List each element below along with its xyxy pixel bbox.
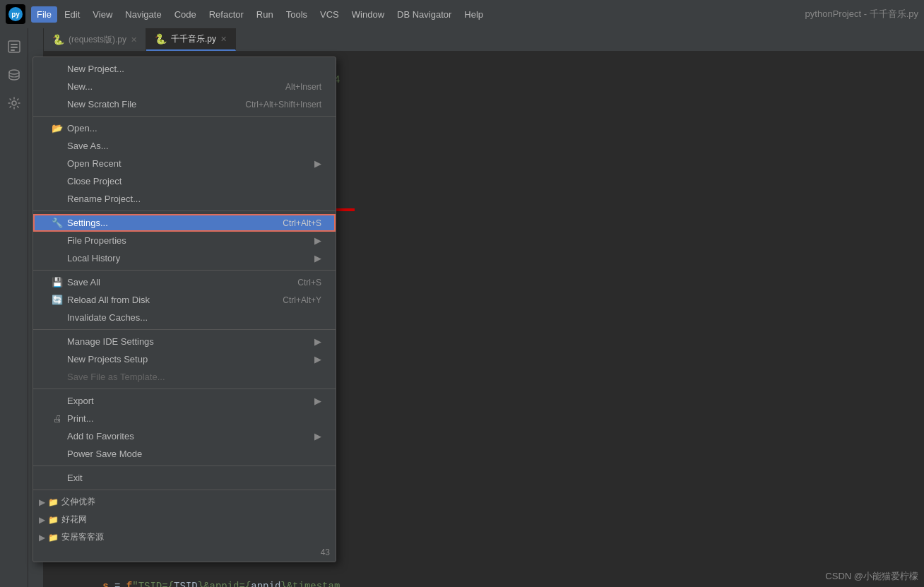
menu-local-history[interactable]: Local History ▶: [33, 249, 336, 267]
svg-rect-5: [11, 49, 15, 51]
menu-refactor[interactable]: Refactor: [203, 6, 249, 23]
csdn-watermark: CSDN @小能猫爱柠檬: [825, 570, 918, 583]
save-icon: 💾: [50, 277, 64, 287]
code-line-9: s = f"TSID={TSID}&appid={appid}&timestam: [55, 563, 913, 588]
tabs-bar: 🐍 (requests版).py ✕ 🐍 千千音乐.py ✕: [44, 28, 924, 51]
separator-6: [33, 466, 336, 466]
separator-3: [33, 270, 336, 271]
menu-power-save-mode[interactable]: Power Save Mode: [33, 445, 336, 463]
svg-text:py: py: [11, 11, 20, 18]
menu-file[interactable]: File: [31, 6, 57, 23]
local-history-arrow: ▶: [314, 253, 321, 263]
file-tree-item-2[interactable]: ▶ 📁 好花网: [33, 511, 336, 528]
tab-qianqian[interactable]: 🐍 千千音乐.py ✕: [146, 28, 236, 51]
menu-new-projects-setup[interactable]: New Projects Setup ▶: [33, 350, 336, 368]
app-logo: py: [6, 4, 25, 24]
menu-window[interactable]: Window: [346, 6, 390, 23]
svg-point-7: [12, 101, 16, 105]
svg-rect-4: [11, 47, 18, 48]
menu-exit[interactable]: Exit: [33, 469, 336, 487]
tree-arrow-1: ▶: [39, 497, 45, 507]
menu-view[interactable]: View: [87, 6, 118, 23]
open-folder-icon: 📂: [50, 123, 64, 134]
menu-print[interactable]: 🖨 Print...: [33, 410, 336, 427]
window-title: pythonProject - 千千音乐.py: [805, 8, 918, 20]
menu-navigate[interactable]: Navigate: [119, 6, 167, 23]
menu-save-all[interactable]: 💾 Save All Ctrl+S: [33, 273, 336, 291]
new-projects-setup-arrow: ▶: [314, 354, 321, 364]
svg-rect-3: [11, 44, 18, 45]
line-number: 43: [321, 547, 330, 557]
menu-open-recent[interactable]: Open Recent ▶: [33, 155, 336, 172]
file-properties-arrow: ▶: [314, 235, 321, 246]
tree-arrow-3: ▶: [39, 533, 45, 542]
menu-tools[interactable]: Tools: [280, 6, 313, 23]
menu-save-as[interactable]: Save As...: [33, 137, 336, 155]
folder-icon-3: 📁: [48, 533, 59, 542]
menu-open[interactable]: 📂 Open...: [33, 119, 336, 137]
menu-rename-project[interactable]: Rename Project...: [33, 190, 336, 208]
folder-icon-1: 📁: [48, 497, 59, 507]
folder-icon-2: 📁: [48, 515, 59, 525]
file-tree-item-3[interactable]: ▶ 📁 安居客客源: [33, 528, 336, 546]
menu-reload-all[interactable]: 🔄 Reload All from Disk Ctrl+Alt+Y: [33, 291, 336, 309]
menu-new-scratch-file[interactable]: New Scratch File Ctrl+Alt+Shift+Insert: [33, 95, 336, 113]
menu-edit[interactable]: Edit: [59, 6, 85, 23]
py-file-icon-1: 🐍: [52, 34, 64, 45]
reload-icon: 🔄: [50, 295, 64, 305]
menu-db-navigator[interactable]: DB Navigator: [391, 6, 457, 23]
separator-2: [33, 211, 336, 211]
py-file-icon-2: 🐍: [155, 33, 167, 45]
menu-close-project[interactable]: Close Project: [33, 172, 336, 190]
project-icon[interactable]: [1, 34, 27, 59]
manage-ide-arrow: ▶: [314, 336, 321, 347]
open-recent-arrow: ▶: [314, 158, 321, 169]
menu-bar: py File Edit View Navigate Code Refactor…: [0, 0, 924, 28]
separator-1: [33, 116, 336, 117]
separator-4: [33, 329, 336, 330]
menu-manage-ide[interactable]: Manage IDE Settings ▶: [33, 333, 336, 350]
tree-arrow-2: ▶: [39, 515, 45, 525]
add-favorites-arrow: ▶: [314, 431, 321, 441]
export-arrow: ▶: [314, 396, 321, 406]
svg-point-6: [9, 70, 19, 74]
file-menu-dropdown: New Project... New... Alt+Insert New Scr…: [32, 57, 336, 562]
menu-invalidate-caches[interactable]: Invalidate Caches...: [33, 309, 336, 326]
menu-file-properties[interactable]: File Properties ▶: [33, 232, 336, 249]
menu-export[interactable]: Export ▶: [33, 392, 336, 410]
menu-help[interactable]: Help: [458, 6, 489, 23]
separator-5: [33, 389, 336, 389]
settings-wrench-icon: 🔧: [50, 218, 64, 228]
sidebar-icon-strip: [0, 28, 28, 587]
menu-run[interactable]: Run: [251, 6, 279, 23]
menu-add-favorites[interactable]: Add to Favorites ▶: [33, 427, 336, 445]
menu-code[interactable]: Code: [169, 6, 202, 23]
menu-vcs[interactable]: VCS: [314, 6, 345, 23]
menu-settings[interactable]: 🔧 Settings... Ctrl+Alt+S: [33, 214, 336, 232]
main-layout: Project DB Browser New Project... New...…: [0, 28, 924, 587]
tab-close-1[interactable]: ✕: [131, 35, 137, 45]
tab-requests[interactable]: 🐍 (requests版).py ✕: [44, 28, 146, 51]
menu-new-project[interactable]: New Project...: [33, 60, 336, 78]
menu-save-file-template: Save File as Template...: [33, 368, 336, 386]
tab-close-2[interactable]: ✕: [220, 35, 227, 44]
db-browser-icon[interactable]: [1, 62, 27, 88]
print-icon: 🖨: [50, 413, 64, 424]
menu-new[interactable]: New... Alt+Insert: [33, 78, 336, 95]
settings-icon-side[interactable]: [1, 90, 27, 116]
file-tree-item-1[interactable]: ▶ 📁 父伸优养: [33, 493, 336, 511]
